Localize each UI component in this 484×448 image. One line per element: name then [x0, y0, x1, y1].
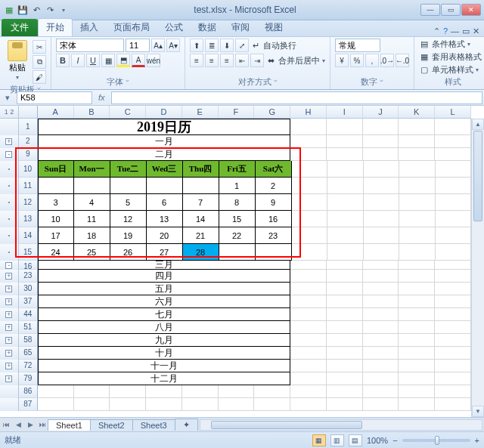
cell[interactable] — [290, 321, 327, 334]
cell[interactable] — [435, 135, 471, 148]
cell[interactable] — [290, 347, 327, 360]
cell[interactable] — [146, 385, 182, 398]
day-cell[interactable] — [38, 178, 74, 194]
cell[interactable] — [363, 135, 399, 148]
font-color-button[interactable]: A — [132, 54, 145, 67]
cell[interactable] — [436, 178, 472, 194]
cell[interactable] — [363, 321, 399, 334]
merged-cell[interactable]: 三月 — [38, 261, 290, 270]
cell[interactable] — [435, 308, 471, 321]
outline-toggle[interactable]: + — [0, 321, 19, 334]
cell[interactable] — [399, 308, 435, 321]
cell[interactable] — [399, 178, 436, 194]
col-header[interactable]: F — [219, 106, 255, 118]
cell[interactable] — [363, 398, 399, 411]
cell[interactable] — [363, 360, 399, 372]
day-cell[interactable]: 10 — [38, 211, 74, 227]
day-cell[interactable]: 9 — [256, 194, 292, 211]
row-header[interactable]: 86 — [19, 385, 38, 398]
grow-font-icon[interactable]: A▴ — [151, 39, 165, 52]
cell[interactable] — [399, 119, 435, 135]
cell[interactable] — [327, 360, 363, 372]
row-header[interactable]: 72 — [19, 360, 38, 372]
cell[interactable] — [327, 135, 363, 148]
dec-decimal-icon[interactable]: ←.0 — [396, 54, 409, 67]
day-cell[interactable] — [183, 178, 219, 194]
cell[interactable] — [290, 119, 327, 135]
review-tab[interactable]: 审阅 — [224, 19, 257, 36]
cell[interactable] — [435, 295, 471, 308]
day-cell[interactable]: 3 — [38, 194, 74, 211]
cell[interactable] — [110, 385, 146, 398]
day-header[interactable]: Fri五 — [219, 161, 256, 178]
outline-toggle[interactable]: + — [0, 347, 19, 360]
cell[interactable] — [399, 270, 435, 283]
cell[interactable] — [435, 372, 471, 385]
cell[interactable] — [363, 261, 399, 270]
hscroll-thumb[interactable] — [211, 421, 362, 429]
day-cell[interactable]: 17 — [38, 227, 74, 244]
cell[interactable] — [364, 161, 400, 178]
cell[interactable] — [290, 385, 327, 398]
day-cell[interactable] — [256, 244, 292, 261]
day-cell[interactable]: 22 — [219, 227, 256, 244]
cell[interactable] — [399, 398, 435, 411]
outline-toggle[interactable]: - — [0, 261, 19, 270]
row-header[interactable]: 79 — [19, 372, 38, 385]
cell[interactable] — [219, 385, 255, 398]
merged-cell[interactable]: 十一月 — [38, 360, 290, 372]
row-header[interactable]: 87 — [19, 398, 38, 411]
outline-toggle[interactable]: - — [0, 148, 19, 161]
new-sheet-tab[interactable]: ✦ — [175, 419, 198, 431]
view-tab[interactable]: 视图 — [257, 19, 290, 36]
cell[interactable] — [327, 270, 363, 283]
zoom-out-button[interactable]: − — [392, 436, 397, 445]
day-header[interactable]: Mon一 — [74, 161, 110, 178]
indent-dec-icon[interactable]: ⇤ — [235, 54, 249, 67]
cell[interactable] — [399, 161, 436, 178]
day-cell[interactable]: 18 — [74, 227, 110, 244]
cell[interactable] — [110, 398, 146, 411]
day-header[interactable]: Sun日 — [38, 161, 74, 178]
outline-toggle[interactable] — [0, 194, 19, 211]
align-top-icon[interactable]: ⬆ — [190, 39, 203, 52]
cell[interactable] — [290, 283, 327, 295]
day-cell[interactable]: 20 — [147, 227, 183, 244]
outline-toggle[interactable]: + — [0, 295, 19, 308]
col-header[interactable]: E — [182, 106, 219, 118]
bold-button[interactable]: B — [56, 54, 70, 67]
cell[interactable] — [436, 211, 472, 227]
row-header[interactable]: 44 — [19, 308, 38, 321]
cell[interactable] — [435, 385, 471, 398]
cell[interactable] — [327, 347, 363, 360]
row-header[interactable]: 12 — [19, 194, 38, 211]
wrap-text-button[interactable]: ↵自动换行 — [250, 40, 296, 51]
number-format-select[interactable]: 常规 — [335, 39, 380, 52]
scroll-up-icon[interactable]: ▲ — [472, 119, 484, 130]
day-cell[interactable]: 5 — [110, 194, 147, 211]
cell[interactable] — [363, 372, 399, 385]
cell[interactable] — [363, 283, 399, 295]
row-header[interactable]: 65 — [19, 347, 38, 360]
outline-toggle[interactable] — [0, 227, 19, 244]
outline-toggle[interactable] — [0, 211, 19, 227]
format-painter-icon[interactable]: 🖌 — [33, 70, 46, 84]
cell[interactable] — [327, 295, 363, 308]
inc-decimal-icon[interactable]: .0→ — [380, 54, 394, 67]
outline-toggle[interactable] — [0, 178, 19, 194]
day-cell[interactable]: 28 — [183, 244, 219, 261]
font-size-input[interactable]: 11 — [126, 39, 150, 52]
day-cell[interactable]: 12 — [110, 211, 147, 227]
row-header[interactable]: 9 — [19, 148, 38, 161]
col-header[interactable]: B — [74, 106, 110, 118]
cell[interactable] — [364, 227, 400, 244]
scroll-down-icon[interactable]: ▼ — [472, 406, 484, 417]
minimize-button[interactable]: — — [420, 4, 440, 16]
align-right-icon[interactable]: ≡ — [220, 54, 234, 67]
cell[interactable] — [327, 334, 363, 347]
cell[interactable] — [38, 385, 74, 398]
zoom-knob[interactable] — [435, 436, 439, 445]
cell[interactable] — [327, 161, 364, 178]
day-cell[interactable]: 24 — [38, 244, 74, 261]
row-header[interactable]: 1 — [19, 119, 38, 135]
